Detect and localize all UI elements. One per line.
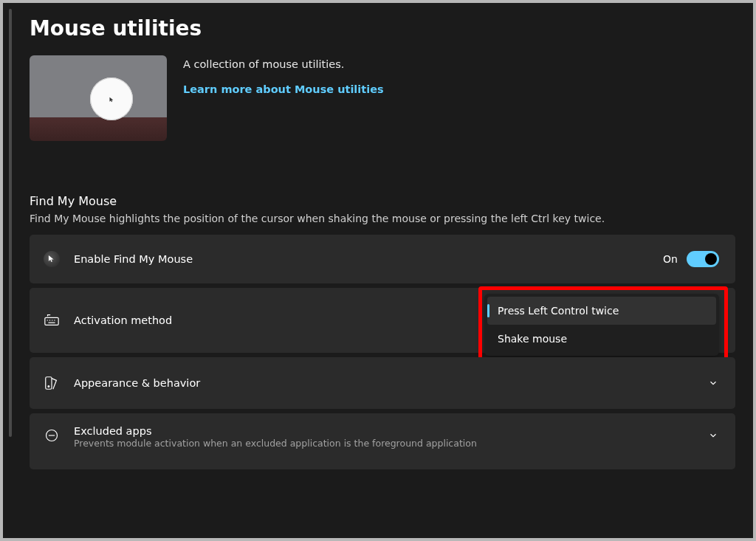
hero-description: A collection of mouse utilities. [183, 58, 384, 70]
content-area: Mouse utilities A collection of mouse ut… [9, 3, 753, 487]
swatch-icon [43, 374, 61, 392]
enable-find-my-mouse-row: Enable Find My Mouse On [30, 235, 735, 283]
find-my-mouse-icon [43, 250, 61, 268]
svg-rect-0 [45, 317, 58, 325]
excluded-title: Excluded apps [74, 425, 694, 437]
toggle-knob [705, 253, 717, 265]
hero-text: A collection of mouse utilities. Learn m… [183, 55, 384, 95]
section-heading: Find My Mouse [30, 194, 735, 208]
dropdown-option-press-left-control[interactable]: Press Left Control twice [487, 297, 716, 325]
appearance-behavior-row[interactable]: Appearance & behavior [30, 357, 735, 409]
toggle-state-label: On [663, 253, 678, 265]
activation-method-row[interactable]: Activation method Press Left Control twi… [30, 288, 735, 353]
excluded-sub: Prevents module activation when an exclu… [74, 438, 694, 449]
settings-window: Mouse utilities A collection of mouse ut… [3, 3, 753, 538]
excluded-apps-row[interactable]: Excluded apps Prevents module activation… [30, 413, 735, 469]
activation-dropdown[interactable]: Press Left Control twice Shake mouse [484, 294, 719, 356]
enable-toggle[interactable] [687, 251, 719, 267]
page-title: Mouse utilities [30, 16, 735, 41]
section-subheading: Find My Mouse highlights the position of… [30, 213, 735, 224]
keyboard-icon [43, 311, 61, 329]
chevron-down-icon [707, 377, 719, 389]
chevron-down-icon [707, 430, 719, 441]
toggle-wrap: On [663, 251, 719, 267]
scrollbar-thumb[interactable] [9, 9, 12, 437]
hero-thumbnail [30, 55, 167, 141]
appearance-label: Appearance & behavior [74, 377, 694, 389]
excluded-text: Excluded apps Prevents module activation… [74, 425, 694, 449]
learn-more-link[interactable]: Learn more about Mouse utilities [183, 83, 384, 95]
enable-label: Enable Find My Mouse [74, 253, 663, 265]
cursor-icon [109, 97, 114, 103]
dropdown-option-shake-mouse[interactable]: Shake mouse [487, 325, 716, 353]
svg-point-7 [48, 386, 49, 387]
minus-circle-icon [43, 427, 61, 444]
hero-section: A collection of mouse utilities. Learn m… [30, 55, 735, 141]
